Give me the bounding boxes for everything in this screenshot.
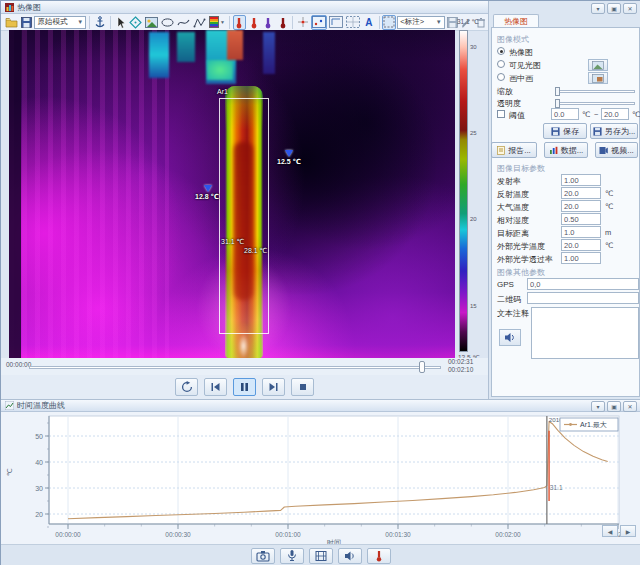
bottom-toolbar	[1, 544, 640, 565]
atmosphere-temp-field[interactable]: 20.0	[561, 200, 601, 212]
distance-field[interactable]: 1.0	[561, 226, 601, 238]
humidity-field[interactable]: 0.50	[561, 213, 601, 225]
thermometer-avg-icon[interactable]	[276, 15, 289, 30]
camera-icon	[256, 550, 270, 562]
anchor-icon[interactable]	[93, 15, 107, 30]
save-as-button[interactable]: 另存为...	[590, 123, 638, 139]
stop-button[interactable]	[291, 378, 314, 396]
spot-tool-icon[interactable]	[128, 15, 143, 30]
chart-pin-button[interactable]: ▣	[607, 401, 621, 412]
toolbar-separator	[89, 16, 90, 29]
panel-close-button[interactable]: ✕	[623, 3, 637, 14]
temperature-chart[interactable]: 2030405000:00:0000:00:3000:01:0000:01:30…	[1, 412, 640, 545]
colorbar[interactable]	[459, 30, 468, 352]
panel-window-buttons: ▾ ▣ ✕	[591, 3, 637, 14]
svg-text:40: 40	[35, 459, 43, 466]
text-note-area[interactable]	[531, 307, 639, 359]
polygon-tool-icon[interactable]	[192, 15, 207, 30]
timeline-track[interactable]	[29, 366, 441, 369]
emissivity-field[interactable]: 1.00	[561, 174, 601, 186]
rect-area-tool-icon[interactable]	[144, 15, 159, 30]
threshold-high-field[interactable]: 20.0	[601, 108, 629, 120]
svg-text:00:00:00: 00:00:00	[55, 531, 81, 538]
ellipse-tool-icon[interactable]	[160, 15, 175, 30]
thermometer-icon	[374, 549, 384, 562]
pip-image-button[interactable]	[588, 72, 608, 84]
thermal-panel-icon	[5, 3, 14, 12]
chart-panel-title: 时间温度曲线	[17, 400, 65, 411]
palette-dropdown-icon[interactable]: ▼	[208, 15, 226, 30]
video-button[interactable]: 视频...	[595, 142, 638, 158]
data-button[interactable]: 数据...	[544, 142, 588, 158]
spot-meter-icon[interactable]	[296, 15, 310, 30]
radio-thermal-label: 热像图	[509, 47, 533, 58]
timeline-handle[interactable]	[419, 361, 425, 373]
thermometer-high-icon[interactable]	[247, 15, 260, 30]
display-mode-dropdown[interactable]: 原始模式▼	[34, 16, 86, 29]
open-file-icon[interactable]	[4, 15, 19, 30]
annotation-dropdown[interactable]: <标注>▼	[397, 16, 444, 29]
optics-transmission-field[interactable]: 1.00	[561, 252, 601, 264]
zoom-slider-thumb[interactable]	[555, 87, 560, 96]
thermometer-low-icon[interactable]	[262, 15, 275, 30]
cursor-marker-icon[interactable]	[285, 150, 293, 157]
optics-temp-field[interactable]: 20.0	[561, 239, 601, 251]
chart-close-button[interactable]: ✕	[623, 401, 637, 412]
frame-corner-icon[interactable]	[328, 15, 344, 30]
text-tool-icon[interactable]: A	[362, 15, 375, 30]
cursor-marker-icon[interactable]	[204, 185, 212, 192]
panel-menu-button[interactable]: ▾	[591, 3, 605, 14]
radio-pip[interactable]	[497, 73, 505, 81]
thermometer-button[interactable]	[367, 548, 391, 564]
zoom-slider[interactable]	[555, 90, 635, 93]
visible-image-button[interactable]	[588, 59, 608, 71]
film-button[interactable]	[309, 548, 333, 564]
cursor-tool-icon[interactable]	[114, 15, 127, 30]
opacity-slider-thumb[interactable]	[555, 99, 560, 108]
measure-area-rect[interactable]	[219, 98, 269, 334]
cold-object	[177, 32, 195, 62]
chart-menu-button[interactable]: ▾	[591, 401, 605, 412]
toolbar-separator	[292, 16, 293, 29]
opacity-slider[interactable]	[555, 102, 635, 105]
spot-max-label: 31.1 ℃	[221, 238, 244, 246]
radio-visible[interactable]	[497, 60, 505, 68]
marker-temp-label: 12.8 ℃	[195, 193, 219, 201]
threshold-checkbox[interactable]	[497, 110, 505, 118]
left-panel-title: 热像图	[17, 2, 41, 13]
toolbar-separator	[110, 16, 111, 29]
chart-panel: 时间温度曲线 ▾ ▣ ✕ 2030405000:00:0000:00:3000:…	[1, 399, 640, 544]
tab-thermal-image[interactable]: 热像图	[493, 14, 539, 28]
threshold-low-field[interactable]: 0.0	[551, 108, 579, 120]
save-button[interactable]: 保存	[543, 123, 587, 139]
svg-text:Ar1.最大: Ar1.最大	[580, 421, 607, 428]
pause-button[interactable]	[233, 378, 256, 396]
report-button[interactable]: 报告...	[491, 142, 537, 158]
radio-thermal[interactable]	[497, 47, 505, 55]
group-other-params: 图像其他参数	[497, 267, 545, 278]
microphone-button[interactable]	[280, 548, 304, 564]
panel-pin-button[interactable]: ▣	[607, 3, 621, 14]
select-annotation-icon[interactable]	[382, 15, 396, 30]
thermometer-boxed-icon[interactable]	[233, 15, 246, 30]
svg-text:20: 20	[35, 511, 43, 518]
replay-button[interactable]	[175, 378, 198, 396]
warm-object	[227, 30, 243, 60]
save-file-icon[interactable]	[20, 15, 33, 30]
audio-note-button[interactable]	[499, 329, 521, 346]
prev-frame-button[interactable]	[204, 378, 227, 396]
gps-field[interactable]: 0,0	[527, 278, 639, 290]
chart-scroll-right-button[interactable]: ▶	[620, 525, 636, 537]
spline-tool-icon[interactable]	[176, 15, 191, 30]
thermal-image-canvas[interactable]: Ar1 12.5 ℃ 12.8 ℃ 31.1 ℃ 28.1 ℃	[9, 30, 455, 358]
reflected-temp-field[interactable]: 20.0	[561, 187, 601, 199]
camera-button[interactable]	[251, 548, 275, 564]
speaker-button[interactable]	[338, 548, 362, 564]
qrcode-field[interactable]	[527, 292, 639, 304]
chart-scroll-left-button[interactable]: ◀	[602, 525, 618, 537]
unit-celsius: ℃	[582, 110, 590, 119]
cold-object	[263, 32, 275, 74]
frame-markers-icon[interactable]	[311, 15, 327, 30]
frame-grid-icon[interactable]	[345, 15, 361, 30]
next-frame-button[interactable]	[262, 378, 285, 396]
